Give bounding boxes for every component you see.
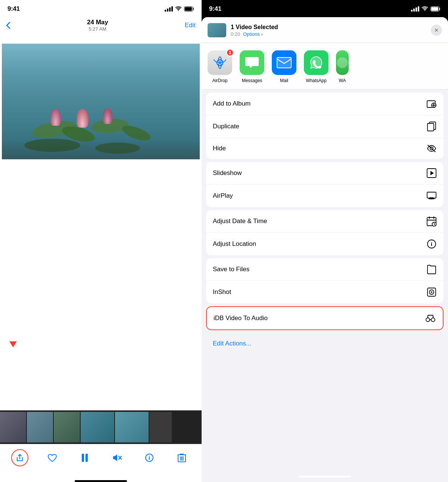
status-bar-right: 9:41 bbox=[202, 0, 448, 16]
adjust-date-icon bbox=[426, 216, 437, 226]
mail-label: Mail bbox=[280, 78, 288, 83]
options-button[interactable]: Options › bbox=[243, 31, 263, 37]
mute-icon bbox=[112, 453, 122, 462]
action-list: Add to Album Duplicate bbox=[202, 90, 448, 473]
svg-point-21 bbox=[337, 57, 348, 68]
duplicate-label: Duplicate bbox=[213, 123, 239, 130]
share-close-button[interactable]: ✕ bbox=[431, 25, 442, 36]
film-thumb-4[interactable] bbox=[81, 412, 114, 442]
airplay-label: AirPlay bbox=[213, 192, 233, 200]
svg-rect-28 bbox=[427, 123, 434, 131]
edit-button[interactable]: Edit bbox=[185, 22, 196, 29]
action-section-2: Slideshow AirPlay bbox=[206, 162, 444, 207]
share-button[interactable] bbox=[10, 450, 29, 466]
trash-icon bbox=[178, 453, 186, 463]
app-airdrop[interactable]: 1 AirDrop bbox=[208, 50, 232, 83]
nav-bar: 24 May 5:27 AM Edit bbox=[0, 16, 202, 36]
action-hide[interactable]: Hide bbox=[206, 138, 444, 159]
action-adjust-date-time[interactable]: Adjust Date & Time bbox=[206, 210, 444, 233]
svg-point-48 bbox=[431, 318, 435, 322]
status-icons-right bbox=[411, 6, 441, 12]
left-panel: 9:41 bbox=[0, 0, 202, 482]
svg-text:i: i bbox=[149, 455, 150, 461]
signal-icon bbox=[165, 6, 173, 12]
action-airplay[interactable]: AirPlay bbox=[206, 185, 444, 207]
info-button[interactable]: i bbox=[140, 450, 159, 466]
heart-icon bbox=[47, 453, 57, 462]
action-section-3: Adjust Date & Time Adjust Location bbox=[206, 210, 444, 255]
mute-button[interactable] bbox=[108, 450, 126, 466]
partial-label: WA bbox=[339, 78, 346, 83]
svg-point-47 bbox=[426, 318, 430, 322]
share-header: 1 Video Selected 0:20 Options › ✕ bbox=[202, 17, 448, 43]
film-thumb-1[interactable] bbox=[0, 412, 26, 442]
nav-title: 24 May 5:27 AM bbox=[87, 19, 108, 32]
adjust-location-icon: i bbox=[426, 239, 437, 249]
back-button[interactable] bbox=[6, 22, 10, 29]
film-thumb-3[interactable] bbox=[54, 412, 80, 442]
nav-time: 5:27 AM bbox=[87, 26, 108, 32]
pause-icon bbox=[81, 453, 89, 463]
duplicate-icon bbox=[426, 121, 437, 132]
svg-rect-33 bbox=[427, 192, 436, 198]
time-right: 9:41 bbox=[209, 5, 221, 13]
svg-rect-17 bbox=[431, 7, 438, 11]
airplay-icon bbox=[426, 191, 437, 201]
photo-area bbox=[0, 36, 202, 410]
idb-video-to-audio-label: iDB Video To Audio bbox=[214, 314, 268, 322]
home-indicator-left bbox=[75, 480, 127, 482]
apps-row: 1 AirDrop Messages bbox=[202, 43, 448, 90]
film-strip bbox=[0, 410, 202, 444]
status-icons-left bbox=[165, 6, 194, 12]
inshot-icon bbox=[426, 287, 437, 297]
action-section-4: Save to Files InShot bbox=[206, 258, 444, 303]
save-to-files-label: Save to Files bbox=[213, 266, 249, 273]
film-thumb-2[interactable] bbox=[27, 412, 53, 442]
heart-button[interactable] bbox=[43, 450, 62, 466]
action-duplicate[interactable]: Duplicate bbox=[206, 115, 444, 138]
action-slideshow[interactable]: Slideshow bbox=[206, 162, 444, 185]
svg-point-46 bbox=[431, 291, 432, 293]
battery-icon-right bbox=[430, 6, 441, 12]
wifi-icon bbox=[175, 6, 182, 12]
action-section-5-highlighted: iDB Video To Audio bbox=[206, 306, 444, 330]
app-whatsapp[interactable]: WhatsApp bbox=[304, 50, 329, 83]
svg-text:i: i bbox=[431, 241, 432, 247]
share-info: 1 Video Selected 0:20 Options › bbox=[231, 24, 426, 37]
share-title: 1 Video Selected bbox=[231, 24, 426, 31]
messages-symbol bbox=[245, 56, 259, 69]
airdrop-label: AirDrop bbox=[212, 78, 228, 83]
action-inshot[interactable]: InShot bbox=[206, 281, 444, 303]
app-partial[interactable]: WA bbox=[336, 50, 349, 83]
action-save-to-files[interactable]: Save to Files bbox=[206, 258, 444, 281]
share-sheet: 1 Video Selected 0:20 Options › ✕ bbox=[202, 17, 448, 482]
action-idb-video-to-audio[interactable]: iDB Video To Audio bbox=[207, 307, 443, 329]
signal-icon-right bbox=[411, 6, 419, 12]
adjust-date-time-label: Adjust Date & Time bbox=[213, 217, 267, 225]
whatsapp-symbol bbox=[308, 55, 324, 71]
partial-icon bbox=[336, 50, 349, 75]
svg-rect-2 bbox=[82, 454, 84, 462]
svg-line-31 bbox=[428, 145, 435, 152]
pause-button[interactable] bbox=[75, 450, 94, 466]
mail-symbol bbox=[276, 57, 292, 69]
film-thumb-6[interactable] bbox=[149, 412, 172, 442]
action-adjust-location[interactable]: Adjust Location i bbox=[206, 233, 444, 255]
svg-rect-3 bbox=[85, 454, 88, 462]
svg-rect-19 bbox=[277, 57, 291, 68]
status-bar-left: 9:41 bbox=[0, 0, 202, 16]
edit-actions-button[interactable]: Edit Actions... bbox=[206, 335, 444, 353]
chevron-left-icon bbox=[6, 22, 10, 29]
app-messages[interactable]: Messages bbox=[240, 50, 264, 83]
trash-button[interactable] bbox=[172, 450, 191, 466]
airdrop-icon: 1 bbox=[208, 50, 232, 75]
action-add-to-album[interactable]: Add to Album bbox=[206, 93, 444, 115]
film-thumb-5[interactable] bbox=[115, 412, 149, 442]
share-icon bbox=[16, 454, 24, 462]
toolbar: i bbox=[0, 444, 202, 477]
app-mail[interactable]: Mail bbox=[272, 50, 296, 83]
edit-actions-container: Edit Actions... bbox=[202, 333, 448, 356]
mail-icon bbox=[272, 50, 296, 75]
idb-audio-icon bbox=[424, 313, 436, 323]
share-thumbnail bbox=[208, 23, 226, 37]
